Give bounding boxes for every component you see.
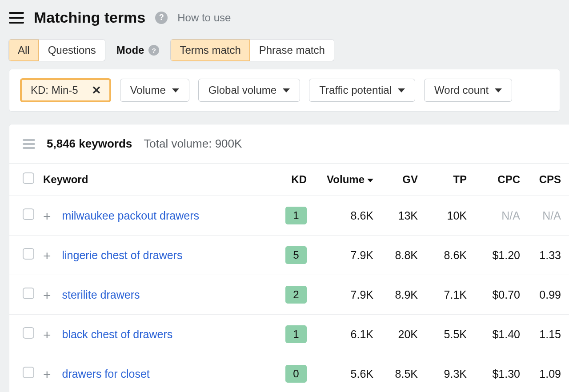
cell-cps: 0.99 [525,275,569,315]
tab-all[interactable]: All [9,40,39,61]
tab-terms-match[interactable]: Terms match [171,40,250,61]
sort-desc-icon [367,179,373,182]
kd-badge: 1 [285,325,307,343]
table-row: + lingerie chest of drawers 5 7.9K 8.8K … [9,236,569,275]
cell-cps: 1.09 [525,354,569,392]
keyword-link[interactable]: lingerie chest of drawers [62,249,182,261]
expand-icon[interactable]: + [43,292,51,300]
cell-cps: 1.33 [525,236,569,275]
filter-global-volume[interactable]: Global volume [198,79,300,102]
kd-badge: 0 [285,365,307,383]
total-volume: Total volume: 900K [144,137,242,151]
cell-volume: 6.1K [311,315,378,354]
filter-kd[interactable]: KD: Min-5 ✕ [20,78,111,102]
row-checkbox[interactable] [23,327,34,339]
cell-volume: 7.9K [311,236,378,275]
menu-icon[interactable] [9,12,24,24]
cell-tp: 10K [422,196,471,236]
mode-label: Mode ? [116,44,160,56]
help-icon[interactable]: ? [155,12,168,24]
help-icon[interactable]: ? [148,45,159,56]
cell-cpc: $0.70 [471,275,525,315]
keyword-link[interactable]: black chest of drawers [62,328,172,340]
cell-tp: 5.5K [422,315,471,354]
cell-cpc: $1.40 [471,315,525,354]
select-all-checkbox[interactable] [23,172,34,184]
cell-gv: 8.8K [378,236,422,275]
kd-badge: 2 [285,286,307,304]
cell-volume: 8.6K [311,196,378,236]
filter-volume[interactable]: Volume [120,79,189,102]
column-kd[interactable]: KD [271,164,311,196]
cell-cps: 1.15 [525,315,569,354]
keywords-table: Keyword KD Volume GV TP CPC CPS + milwau… [9,163,569,392]
column-cps[interactable]: CPS [525,164,569,196]
table-row: + drawers for closet 0 5.6K 8.5K 9.3K $1… [9,354,569,392]
cell-tp: 8.6K [422,236,471,275]
keyword-link[interactable]: sterilite drawers [62,288,140,301]
cell-cpc: $1.30 [471,354,525,392]
tab-questions[interactable]: Questions [39,40,105,61]
cell-tp: 7.1K [422,275,471,315]
filter-word-count[interactable]: Word count [424,79,512,102]
cell-cps: N/A [525,196,569,236]
keyword-link[interactable]: drawers for closet [62,368,149,380]
cell-tp: 9.3K [422,354,471,392]
row-checkbox[interactable] [23,288,34,299]
how-to-use-link[interactable]: How to use [177,12,231,24]
page-title: Matching terms [34,9,145,26]
cell-gv: 13K [378,196,422,236]
type-segmented-control: All Questions [9,40,105,61]
cell-gv: 20K [378,315,422,354]
kd-badge: 1 [285,207,307,224]
chevron-down-icon [398,88,405,92]
keyword-count: 5,846 keywords [47,137,132,151]
cell-volume: 7.9K [311,275,378,315]
expand-icon[interactable]: + [43,331,51,339]
expand-icon[interactable]: + [43,371,51,379]
expand-icon[interactable]: + [43,252,51,260]
column-gv[interactable]: GV [378,164,422,196]
cell-volume: 5.6K [311,354,378,392]
close-icon[interactable]: ✕ [89,84,104,96]
row-checkbox[interactable] [23,208,34,220]
table-row: + black chest of drawers 1 6.1K 20K 5.5K… [9,315,569,354]
table-row: + milwaukee packout drawers 1 8.6K 13K 1… [9,196,569,236]
table-row: + sterilite drawers 2 7.9K 8.9K 7.1K $0.… [9,275,569,315]
cell-gv: 8.9K [378,275,422,315]
column-keyword[interactable]: Keyword [39,164,271,196]
row-checkbox[interactable] [23,248,34,260]
expand-icon[interactable]: + [43,212,51,220]
filter-traffic-potential[interactable]: Traffic potential [309,79,415,102]
tab-phrase-match[interactable]: Phrase match [250,40,334,61]
column-tp[interactable]: TP [422,164,471,196]
column-cpc[interactable]: CPC [471,164,525,196]
mode-segmented-control: Terms match Phrase match [171,40,333,61]
cell-cpc: $1.20 [471,236,525,275]
column-volume[interactable]: Volume [311,164,378,196]
kd-badge: 5 [285,246,307,264]
keyword-link[interactable]: milwaukee packout drawers [62,209,199,222]
list-icon[interactable] [23,139,35,149]
cell-gv: 8.5K [378,354,422,392]
chevron-down-icon [283,88,290,92]
chevron-down-icon [172,88,179,92]
cell-cpc: N/A [471,196,525,236]
row-checkbox[interactable] [23,367,34,378]
chevron-down-icon [495,88,502,92]
